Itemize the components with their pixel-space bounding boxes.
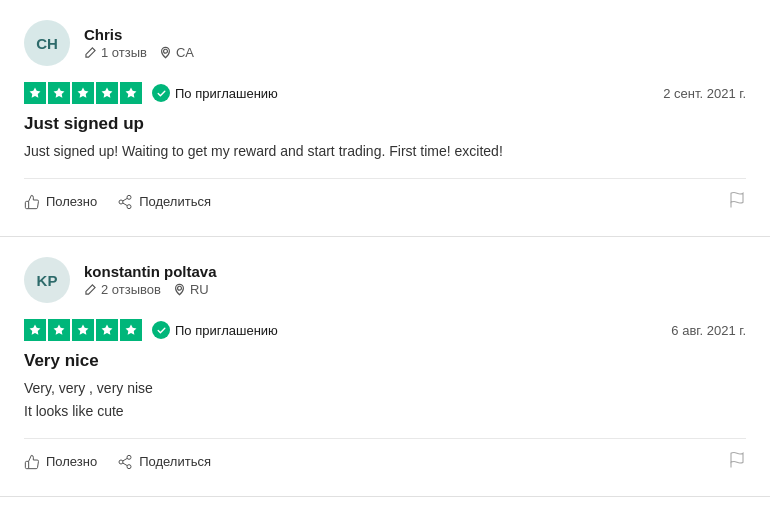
location-icon <box>159 46 172 59</box>
flag-button[interactable] <box>728 191 746 212</box>
reviewer-info: konstantin poltava 2 отзывов RU <box>84 263 217 297</box>
review-count: 2 отзывов <box>101 282 161 297</box>
verified-icon <box>152 321 170 339</box>
verified-text: По приглашению <box>175 86 278 101</box>
star-icon <box>120 319 142 341</box>
checkmark-icon <box>156 88 167 99</box>
review-meta-left: По приглашению <box>24 319 278 341</box>
star-icon <box>96 82 118 104</box>
flag-icon <box>728 451 746 469</box>
reviewer-name: Chris <box>84 26 194 43</box>
svg-point-7 <box>178 287 182 291</box>
review-count: 1 отзыв <box>101 45 147 60</box>
review-text: Very, very , very niseIt looks like cute <box>24 377 746 422</box>
pencil-icon <box>84 46 97 59</box>
reviewer-meta: 2 отзывов RU <box>84 282 217 297</box>
review-title: Very nice <box>24 351 746 371</box>
review-card: CH Chris 1 отзыв <box>0 0 770 237</box>
share-label: Поделиться <box>139 454 211 469</box>
pencil-icon <box>84 283 97 296</box>
reviewer-meta: 1 отзыв CA <box>84 45 194 60</box>
review-actions: Полезно Поделиться <box>24 178 746 212</box>
svg-point-3 <box>127 205 131 209</box>
svg-point-10 <box>127 464 131 468</box>
review-meta-left: По приглашению <box>24 82 278 104</box>
svg-line-5 <box>123 198 128 201</box>
svg-point-1 <box>127 195 131 199</box>
verified-icon <box>152 84 170 102</box>
review-body: По приглашению 6 авг. 2021 г. Very nice … <box>24 319 746 476</box>
flag-icon <box>728 191 746 209</box>
review-body: По приглашению 2 сент. 2021 г. Just sign… <box>24 82 746 216</box>
svg-point-2 <box>119 200 123 204</box>
review-count-item: 1 отзыв <box>84 45 147 60</box>
location-item: CA <box>159 45 194 60</box>
star-icon <box>48 319 70 341</box>
helpful-label: Полезно <box>46 454 97 469</box>
svg-point-9 <box>119 460 123 464</box>
star-rating <box>24 319 142 341</box>
helpful-button[interactable]: Полезно <box>24 194 97 210</box>
reviewer-header: CH Chris 1 отзыв <box>24 20 746 66</box>
share-label: Поделиться <box>139 194 211 209</box>
share-icon <box>117 194 133 210</box>
avatar: KP <box>24 257 70 303</box>
star-icon <box>24 319 46 341</box>
share-button[interactable]: Поделиться <box>117 454 211 470</box>
star-icon <box>72 319 94 341</box>
review-top-row: По приглашению 6 авг. 2021 г. <box>24 319 746 341</box>
review-text: Just signed up! Waiting to get my reward… <box>24 140 746 162</box>
review-date: 6 авг. 2021 г. <box>671 323 746 338</box>
action-buttons: Полезно Поделиться <box>24 454 211 470</box>
star-icon <box>24 82 46 104</box>
reviewer-header: KP konstantin poltava 2 отзывов <box>24 257 746 303</box>
reviewer-info: Chris 1 отзыв CA <box>84 26 194 60</box>
svg-point-0 <box>164 49 168 53</box>
verified-text: По приглашению <box>175 323 278 338</box>
star-rating <box>24 82 142 104</box>
svg-line-4 <box>123 203 128 206</box>
star-icon <box>96 319 118 341</box>
location: RU <box>190 282 209 297</box>
flag-button[interactable] <box>728 451 746 472</box>
review-title: Just signed up <box>24 114 746 134</box>
location-icon <box>173 283 186 296</box>
verified-badge: По приглашению <box>152 321 278 339</box>
review-card: KP konstantin poltava 2 отзывов <box>0 237 770 497</box>
helpful-button[interactable]: Полезно <box>24 454 97 470</box>
review-count-item: 2 отзывов <box>84 282 161 297</box>
star-icon <box>48 82 70 104</box>
svg-line-12 <box>123 458 128 461</box>
action-buttons: Полезно Поделиться <box>24 194 211 210</box>
star-icon <box>120 82 142 104</box>
avatar: CH <box>24 20 70 66</box>
location-item: RU <box>173 282 209 297</box>
reviewer-name: konstantin poltava <box>84 263 217 280</box>
share-icon <box>117 454 133 470</box>
thumbs-up-icon <box>24 454 40 470</box>
verified-badge: По приглашению <box>152 84 278 102</box>
checkmark-icon <box>156 325 167 336</box>
review-actions: Полезно Поделиться <box>24 438 746 472</box>
location: CA <box>176 45 194 60</box>
thumbs-up-icon <box>24 194 40 210</box>
review-top-row: По приглашению 2 сент. 2021 г. <box>24 82 746 104</box>
star-icon <box>72 82 94 104</box>
helpful-label: Полезно <box>46 194 97 209</box>
svg-point-8 <box>127 455 131 459</box>
svg-line-11 <box>123 463 128 466</box>
review-date: 2 сент. 2021 г. <box>663 86 746 101</box>
share-button[interactable]: Поделиться <box>117 194 211 210</box>
